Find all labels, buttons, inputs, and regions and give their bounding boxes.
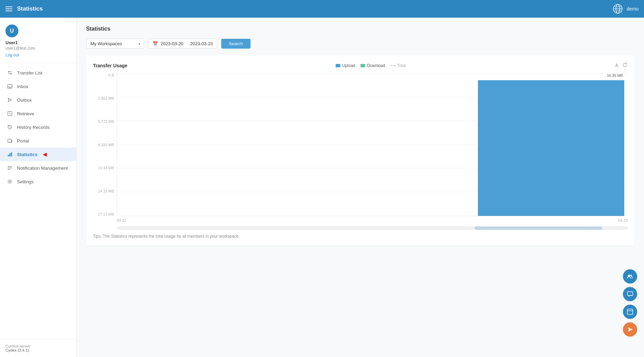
legend-upload-label: Upload: [342, 63, 355, 68]
x-label-0323: 03-23: [618, 218, 628, 222]
sidebar-item-portal[interactable]: Portal: [0, 134, 76, 148]
statistics-icon: [7, 151, 13, 157]
svg-marker-22: [628, 327, 633, 332]
bar-chart: 17.17 MB 14.31 MB 11.44 MB 8.583 MB 5.72…: [93, 73, 628, 216]
sidebar-item-inbox[interactable]: Inbox: [0, 80, 76, 93]
user-email: user1@test.com: [5, 46, 71, 51]
y-axis: 17.17 MB 14.31 MB 11.44 MB 8.583 MB 5.72…: [93, 73, 117, 216]
username-display: User1: [5, 40, 71, 45]
y-label-6: 17.17 MB: [93, 213, 114, 216]
sidebar-item-label: Notification Management: [17, 166, 68, 171]
tips-text: Tips: The Statistics represents the tota…: [93, 234, 628, 239]
globe-icon: [612, 3, 623, 14]
svg-rect-12: [11, 152, 12, 156]
sidebar-item-settings[interactable]: Settings: [0, 175, 76, 188]
sidebar-item-label: Portal: [17, 138, 29, 143]
hamburger-icon[interactable]: [5, 6, 12, 11]
date-end: 2023-03-23: [190, 41, 213, 46]
legend-upload: Upload: [336, 63, 355, 68]
chart-header: Transfer Usage Upload Download Total: [93, 62, 628, 69]
date-start: 2023-03-20: [161, 41, 183, 46]
legend-total-label: Total: [397, 63, 406, 68]
y-label-5: 14.31 MB: [93, 189, 114, 193]
bar-chart-wrapper: 17.17 MB 14.31 MB 11.44 MB 8.583 MB 5.72…: [93, 73, 628, 230]
sidebar-item-label: History Records: [17, 125, 50, 130]
x-label-0322: 03-22: [117, 218, 126, 222]
y-label-0: 0 B: [93, 73, 114, 77]
search-button[interactable]: Search: [221, 39, 250, 49]
settings-icon: [7, 178, 13, 185]
window-fab-button[interactable]: [623, 305, 637, 319]
avatar: U: [5, 24, 18, 37]
server-name: Cydex (3.4.1): [5, 348, 71, 352]
sidebar-item-label: Transfer List: [17, 70, 43, 75]
page-title: Statistics: [86, 26, 634, 32]
upload-color: [336, 64, 340, 67]
transfer-icon: [7, 70, 13, 76]
send-fab-button[interactable]: [623, 322, 637, 337]
floating-buttons: [623, 269, 637, 337]
y-label-2: 5.722 MB: [93, 120, 114, 123]
x-axis: 03-22 03-23: [93, 216, 628, 222]
group-fab-button[interactable]: [623, 269, 637, 284]
date-range: 📅 2023-03-20 - 2023-03-23: [148, 39, 217, 49]
sidebar-item-label: Settings: [17, 179, 34, 184]
sidebar-item-outbox[interactable]: Outbox: [0, 93, 76, 107]
outbox-icon: [7, 97, 13, 103]
y-label-3: 8.583 MB: [93, 143, 114, 147]
topbar-title: Statistics: [17, 5, 43, 12]
download-color: [360, 64, 365, 67]
user-section: U User1 user1@test.com Log out: [0, 18, 76, 63]
svg-point-17: [628, 275, 630, 277]
server-label: Current server: [5, 344, 71, 348]
refresh-chart-button[interactable]: [622, 62, 628, 69]
y-label-1: 2.861 MB: [93, 97, 114, 100]
y-label-4: 11.44 MB: [93, 166, 114, 170]
download-chart-button[interactable]: [614, 62, 619, 69]
legend-total: Total: [391, 63, 406, 68]
history-icon: [7, 124, 13, 130]
legend: Upload Download Total: [336, 63, 406, 68]
sidebar-item-statistics[interactable]: Statistics ◀: [0, 148, 76, 161]
bar-value-label: 16.35 MB: [607, 73, 623, 78]
notification-icon: [7, 165, 13, 171]
svg-point-16: [9, 181, 11, 183]
sidebar-item-transfer-list[interactable]: Transfer List: [0, 66, 76, 80]
nav-list: Transfer List Inbox Outbox: [0, 63, 76, 339]
sidebar-item-label: Statistics: [17, 152, 37, 157]
workspace-select[interactable]: My Workspaces: [86, 39, 144, 49]
chart-actions: [614, 62, 628, 69]
legend-download-label: Download: [367, 63, 385, 68]
bar-upload-0323: 16.35 MB: [478, 80, 624, 216]
svg-rect-20: [627, 309, 633, 314]
topbar: Statistics demo: [0, 0, 644, 18]
scrollbar-track[interactable]: [117, 226, 628, 230]
chart-title: Transfer Usage: [93, 63, 127, 68]
sidebar-item-history-records[interactable]: History Records: [0, 120, 76, 134]
retrieve-icon: [7, 111, 13, 117]
inbox-icon: [7, 83, 13, 89]
svg-point-18: [630, 275, 632, 276]
chart-area: 16.35 MB: [117, 73, 628, 216]
calendar-icon: 📅: [152, 41, 158, 46]
sidebar-item-notification-management[interactable]: Notification Management: [0, 161, 76, 175]
sidebar-item-label: Inbox: [17, 84, 28, 89]
sidebar-item-label: Retrieve: [17, 111, 34, 116]
filter-row: My Workspaces 📅 2023-03-20 - 2023-03-23 …: [86, 39, 634, 49]
topbar-username: demo: [627, 6, 639, 12]
sidebar: U User1 user1@test.com Log out Transfer …: [0, 18, 77, 357]
sidebar-item-label: Outbox: [17, 98, 32, 103]
scrollbar-thumb: [474, 226, 602, 230]
total-dash: [391, 65, 396, 66]
portal-icon: [7, 138, 13, 144]
legend-download: Download: [360, 63, 385, 68]
active-arrow: ◀: [43, 152, 47, 157]
svg-rect-11: [10, 153, 11, 156]
svg-rect-10: [8, 155, 9, 156]
sidebar-item-retrieve[interactable]: Retrieve: [0, 107, 76, 120]
logout-link[interactable]: Log out: [5, 53, 71, 57]
main-content: Statistics My Workspaces 📅 2023-03-20 - …: [77, 18, 644, 357]
chart-section: Transfer Usage Upload Download Total: [86, 55, 634, 245]
date-separator: -: [186, 41, 188, 46]
chat-fab-button[interactable]: [623, 287, 637, 301]
